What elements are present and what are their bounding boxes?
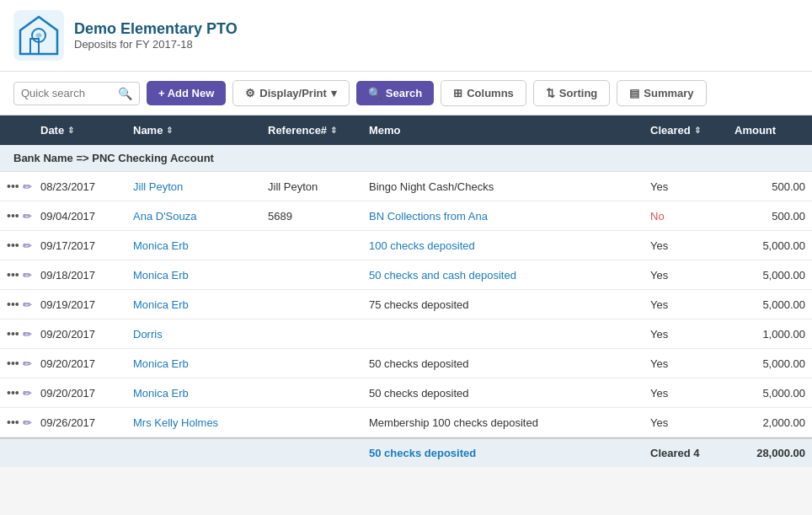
org-subtitle: Deposits for FY 2017-18: [74, 38, 238, 51]
row-cleared: Yes: [644, 261, 728, 289]
sorting-icon: ⇅: [546, 87, 555, 99]
row-actions[interactable]: ••• ✏: [0, 378, 34, 407]
table-row: ••• ✏ 09/17/2017 Monica Erb 100 checks d…: [0, 231, 812, 260]
row-reference: [261, 267, 362, 282]
edit-icon[interactable]: ✏: [23, 416, 32, 429]
row-actions[interactable]: ••• ✏: [0, 172, 34, 201]
edit-icon[interactable]: ✏: [23, 180, 32, 193]
row-name: Monica Erb: [126, 261, 261, 289]
row-memo: 50 checks and cash deposited: [362, 261, 644, 289]
display-print-label: Display/Print: [259, 87, 326, 99]
row-actions[interactable]: ••• ✏: [0, 290, 34, 319]
table-row: ••• ✏ 09/19/2017 Monica Erb 75 checks de…: [0, 290, 812, 319]
name-sort-icon[interactable]: ⇕: [166, 126, 173, 135]
row-actions[interactable]: ••• ✏: [0, 260, 34, 289]
row-cleared: Yes: [644, 409, 728, 437]
row-date: 08/23/2017: [34, 173, 126, 201]
date-sort-icon[interactable]: ⇕: [67, 126, 74, 135]
footer-empty-2: [34, 446, 126, 461]
row-memo: [362, 326, 644, 341]
row-cleared: Yes: [644, 379, 728, 407]
row-name: Mrs Kelly Holmes: [126, 409, 261, 437]
row-date: 09/04/2017: [34, 202, 126, 230]
footer-empty-4: [261, 446, 362, 461]
org-title: Demo Elementary PTO Deposits for FY 2017…: [74, 20, 238, 51]
row-actions[interactable]: ••• ✏: [0, 231, 34, 260]
row-date: 09/19/2017: [34, 291, 126, 319]
table-row: ••• ✏ 09/04/2017 Ana D'Souza 5689 BN Col…: [0, 201, 812, 231]
table-row: ••• ✏ 09/26/2017 Mrs Kelly Holmes Member…: [0, 408, 812, 437]
row-date: 09/17/2017: [34, 232, 126, 260]
table-row: ••• ✏ 09/20/2017 Monica Erb 50 checks de…: [0, 378, 812, 408]
th-date: Date ⇕: [34, 115, 126, 145]
quick-search-box[interactable]: 🔍: [13, 82, 140, 105]
th-cleared: Cleared ⇕: [644, 115, 728, 145]
search-icon: 🔍: [368, 87, 382, 99]
more-options-icon[interactable]: •••: [7, 209, 19, 223]
row-date: 09/26/2017: [34, 409, 126, 437]
row-actions[interactable]: ••• ✏: [0, 201, 34, 230]
more-options-icon[interactable]: •••: [7, 416, 19, 429]
row-reference: [261, 385, 362, 400]
add-new-button[interactable]: + Add New: [147, 81, 226, 105]
more-options-icon[interactable]: •••: [7, 180, 19, 193]
more-options-icon[interactable]: •••: [7, 327, 19, 341]
edit-icon[interactable]: ✏: [23, 269, 32, 282]
row-reference: [261, 326, 362, 341]
edit-icon[interactable]: ✏: [23, 387, 32, 400]
row-actions[interactable]: ••• ✏: [0, 408, 34, 437]
row-cleared: Yes: [644, 173, 728, 201]
gear-icon: ⚙: [245, 87, 255, 99]
footer-empty-1: [0, 446, 34, 461]
footer-checks-label: 50 checks deposited: [362, 439, 644, 467]
summary-button[interactable]: ▤ Summary: [617, 80, 706, 106]
table-row: ••• ✏ 08/23/2017 Jill Peyton Jill Peyton…: [0, 172, 812, 201]
reference-sort-icon[interactable]: ⇕: [330, 126, 337, 135]
columns-button[interactable]: ⊞ Columns: [441, 80, 526, 106]
row-amount: 2,000.00: [728, 409, 812, 437]
more-options-icon[interactable]: •••: [7, 386, 19, 400]
columns-label: Columns: [467, 87, 514, 99]
table-row: ••• ✏ 09/20/2017 Dorris Yes 1,000.00: [0, 319, 812, 349]
footer-cleared-count: Cleared 4: [644, 439, 728, 467]
sorting-button[interactable]: ⇅ Sorting: [533, 80, 611, 106]
more-options-icon[interactable]: •••: [7, 298, 19, 311]
row-name: Ana D'Souza: [126, 202, 261, 230]
edit-icon[interactable]: ✏: [23, 210, 32, 223]
table-row: ••• ✏ 09/20/2017 Monica Erb 50 checks de…: [0, 349, 812, 378]
th-amount: Amount: [728, 115, 812, 145]
row-reference: [261, 356, 362, 371]
edit-icon[interactable]: ✏: [23, 357, 32, 370]
row-memo: 100 checks deposited: [362, 232, 644, 260]
edit-icon[interactable]: ✏: [23, 239, 32, 252]
row-reference: [261, 415, 362, 430]
row-date: 09/20/2017: [34, 379, 126, 407]
summary-label: Summary: [644, 87, 693, 99]
table-body: ••• ✏ 08/23/2017 Jill Peyton Jill Peyton…: [0, 172, 812, 437]
row-memo: BN Collections from Ana: [362, 202, 644, 230]
row-cleared: Yes: [644, 291, 728, 319]
edit-icon[interactable]: ✏: [23, 328, 32, 341]
row-actions[interactable]: ••• ✏: [0, 319, 34, 348]
table-footer: 50 checks deposited Cleared 4 28,000.00: [0, 437, 812, 467]
row-date: 09/18/2017: [34, 261, 126, 289]
more-options-icon[interactable]: •••: [7, 268, 19, 282]
more-options-icon[interactable]: •••: [7, 239, 19, 252]
cleared-sort-icon[interactable]: ⇕: [694, 126, 701, 135]
more-options-icon[interactable]: •••: [7, 357, 19, 370]
row-date: 09/20/2017: [34, 350, 126, 378]
quick-search-input[interactable]: [21, 87, 118, 99]
row-memo: Bingo Night Cash/Checks: [362, 173, 644, 201]
row-reference: 5689: [261, 202, 362, 230]
edit-icon[interactable]: ✏: [23, 298, 32, 311]
row-cleared: Yes: [644, 232, 728, 260]
row-actions[interactable]: ••• ✏: [0, 349, 34, 378]
row-amount: 500.00: [728, 173, 812, 201]
row-name: Monica Erb: [126, 350, 261, 378]
th-memo: Memo: [362, 115, 644, 145]
search-label: Search: [386, 87, 422, 99]
search-button[interactable]: 🔍 Search: [356, 81, 434, 105]
row-name: Monica Erb: [126, 379, 261, 407]
display-print-button[interactable]: ⚙ Display/Print ▾: [232, 80, 349, 106]
table-header-row: Date ⇕ Name ⇕ Reference# ⇕ Memo Cleared …: [0, 115, 812, 145]
